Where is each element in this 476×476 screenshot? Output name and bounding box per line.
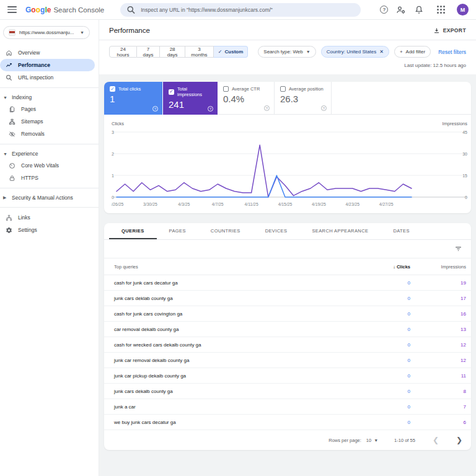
metric-card-total-impressions[interactable]: ✓Total impressions 241 ? bbox=[163, 82, 218, 115]
date-range-7-days[interactable]: 7 days bbox=[137, 46, 160, 58]
date-range-custom[interactable]: ✓Custom bbox=[214, 46, 248, 58]
metric-card-average-position[interactable]: Average position 26.3 ? bbox=[275, 82, 332, 115]
plus-icon: + bbox=[400, 49, 403, 55]
sidebar-item-links[interactable]: Links bbox=[0, 211, 99, 224]
filter-icon[interactable] bbox=[454, 245, 462, 253]
chevron-left-icon[interactable]: ❮ bbox=[433, 436, 439, 444]
sidebar-item-removals[interactable]: Removals bbox=[0, 128, 99, 140]
dimension-tabs: QUERIES PAGES COUNTRIES DEVICES SEARCH A… bbox=[104, 223, 471, 240]
column-header-clicks[interactable]: ↓Clicks bbox=[330, 264, 410, 270]
section-experience[interactable]: ▼ Experience bbox=[0, 148, 99, 159]
svg-text:30: 30 bbox=[462, 152, 467, 156]
tab-queries[interactable]: QUERIES bbox=[109, 223, 157, 239]
metric-row-filler bbox=[332, 82, 471, 115]
table-row[interactable]: junk car pickup dekalb county ga011 bbox=[104, 368, 471, 384]
section-indexing[interactable]: ▼ Indexing bbox=[0, 92, 99, 103]
rows-per-page-select[interactable]: 10▼ bbox=[366, 438, 378, 443]
metric-value: 0.4% bbox=[223, 94, 268, 104]
tab-dates[interactable]: DATES bbox=[381, 223, 421, 239]
property-selector[interactable]: https://www.dossmanju... ▼ bbox=[3, 26, 90, 39]
svg-text:4/19/25: 4/19/25 bbox=[312, 202, 326, 206]
sidebar-item-url-inspection[interactable]: URL inspection bbox=[0, 71, 99, 84]
page-title: Performance bbox=[109, 27, 150, 34]
tab-pages[interactable]: PAGES bbox=[157, 223, 198, 239]
check-icon: ✓ bbox=[218, 49, 223, 55]
table-row[interactable]: junk car removal dekalb county ga012 bbox=[104, 353, 471, 368]
cell-clicks: 0 bbox=[330, 327, 410, 332]
cell-query: junk a car bbox=[104, 404, 330, 410]
sidebar-item-pages[interactable]: Pages bbox=[0, 103, 99, 115]
help-circle-icon[interactable]: ? bbox=[321, 105, 327, 111]
metric-card-average-ctr[interactable]: Average CTR 0.4% ? bbox=[218, 82, 275, 115]
query-table-body: cash for junk cars decatur ga019junk car… bbox=[104, 275, 471, 430]
product-name: Search Console bbox=[53, 6, 104, 14]
svg-text:0: 0 bbox=[112, 195, 114, 200]
table-toolbar bbox=[104, 240, 471, 258]
property-label: https://www.dossmanju... bbox=[19, 30, 74, 35]
sidebar-item-sitemaps[interactable]: Sitemaps bbox=[0, 115, 99, 128]
performance-chart: ClicksImpressions001152303453/26/253/30/… bbox=[112, 120, 469, 210]
table-row[interactable]: cash for junk cars covington ga016 bbox=[104, 306, 471, 322]
column-header-impressions[interactable]: Impressions bbox=[410, 264, 471, 270]
url-inspection-searchbox[interactable] bbox=[120, 3, 361, 17]
help-circle-icon[interactable]: ? bbox=[152, 106, 158, 112]
column-header-query[interactable]: Top queries bbox=[104, 264, 330, 270]
links-icon bbox=[6, 214, 12, 221]
checkbox-unchecked-icon[interactable] bbox=[280, 86, 286, 92]
sidebar-item-performance[interactable]: Performance bbox=[0, 59, 95, 71]
apps-grid-icon[interactable] bbox=[437, 6, 445, 14]
table-row[interactable]: we buy junk cars decatur ga06 bbox=[104, 415, 471, 430]
avatar[interactable]: M bbox=[457, 4, 469, 15]
hamburger-menu-icon[interactable] bbox=[7, 6, 17, 13]
lock-icon bbox=[9, 175, 15, 182]
svg-text:45: 45 bbox=[462, 130, 467, 134]
table-row[interactable]: car removal dekalb county ga013 bbox=[104, 322, 471, 337]
sidebar-item-settings[interactable]: Settings bbox=[0, 224, 99, 236]
checkbox-checked-icon[interactable]: ✓ bbox=[169, 89, 174, 95]
table-row[interactable]: junk a car07 bbox=[104, 399, 471, 415]
reset-filters-link[interactable]: Reset filters bbox=[438, 49, 466, 55]
cell-clicks: 0 bbox=[330, 373, 410, 379]
country-filter-chip[interactable]: Country: United States ✕ bbox=[321, 46, 389, 58]
add-filter-chip[interactable]: + Add filter bbox=[394, 46, 431, 58]
caret-down-icon: ▼ bbox=[3, 152, 8, 156]
checkbox-unchecked-icon[interactable] bbox=[223, 86, 229, 92]
tab-countries[interactable]: COUNTRIES bbox=[198, 223, 253, 239]
sidebar-item-https[interactable]: HTTPS bbox=[0, 172, 99, 184]
google-search-console-logo[interactable]: Google Search Console bbox=[25, 6, 104, 14]
notifications-icon[interactable] bbox=[414, 5, 424, 15]
search-type-chip[interactable]: Search type: Web ▼ bbox=[258, 46, 315, 58]
cell-query: junk cars dekalb county ga bbox=[104, 389, 330, 394]
sidebar-item-core-web-vitals[interactable]: Core Web Vitals bbox=[0, 159, 99, 172]
help-icon[interactable]: ? bbox=[380, 6, 388, 14]
help-circle-icon[interactable]: ? bbox=[264, 105, 270, 111]
chevron-down-icon: ▼ bbox=[80, 30, 84, 35]
chevron-right-icon[interactable]: ❯ bbox=[456, 436, 462, 444]
cell-clicks: 0 bbox=[330, 311, 410, 317]
cell-impressions: 12 bbox=[410, 358, 471, 363]
checkbox-checked-icon[interactable]: ✓ bbox=[110, 86, 115, 92]
date-range-28-days[interactable]: 28 days bbox=[160, 46, 185, 58]
date-range-24-hours[interactable]: 24 hours bbox=[109, 46, 137, 58]
date-range-3-months[interactable]: 3 months bbox=[185, 46, 214, 58]
performance-chart-icon bbox=[6, 62, 12, 69]
table-row[interactable]: cash for wrecked cars dekalb county ga01… bbox=[104, 337, 471, 353]
help-circle-icon[interactable]: ? bbox=[208, 106, 213, 112]
metric-card-total-clicks[interactable]: ✓Total clicks 1 ? bbox=[104, 82, 162, 115]
sidebar-item-overview[interactable]: Overview bbox=[0, 46, 99, 59]
sidebar: https://www.dossmanju... ▼ Overview Perf… bbox=[0, 20, 99, 476]
manage-users-icon[interactable] bbox=[396, 5, 406, 15]
table-row[interactable]: junk cars deklab county ga017 bbox=[104, 291, 471, 306]
tab-search-appearance[interactable]: SEARCH APPEARANCE bbox=[299, 223, 381, 239]
close-icon[interactable]: ✕ bbox=[379, 49, 384, 55]
cell-impressions: 13 bbox=[410, 327, 471, 332]
caret-right-icon: ▶ bbox=[3, 195, 8, 200]
search-input[interactable] bbox=[141, 7, 355, 13]
table-row[interactable]: cash for junk cars decatur ga019 bbox=[104, 275, 471, 291]
tab-devices[interactable]: DEVICES bbox=[253, 223, 300, 239]
cell-impressions: 12 bbox=[410, 342, 471, 348]
cell-query: we buy junk cars decatur ga bbox=[104, 420, 330, 425]
export-button[interactable]: EXPORT bbox=[433, 27, 466, 34]
section-security-manual-actions[interactable]: ▶ Security & Manual Actions bbox=[0, 192, 99, 203]
table-row[interactable]: junk cars dekalb county ga08 bbox=[104, 384, 471, 399]
